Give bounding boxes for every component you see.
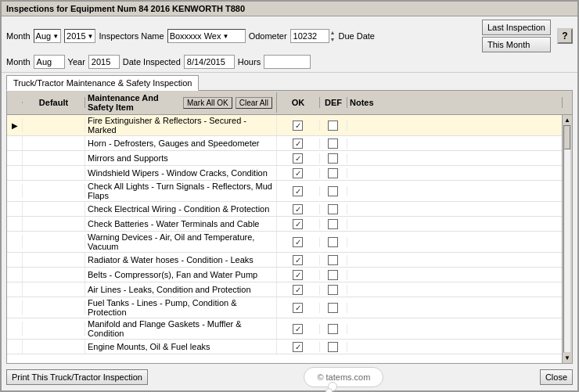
row-default-13 [23, 322, 85, 336]
row-def-check-5[interactable] [320, 186, 347, 196]
row-arrow-6 [7, 202, 23, 216]
row-arrow-7 [7, 217, 23, 231]
scroll-down-arrow[interactable]: ▼ [564, 354, 570, 361]
table-row: Manifold and Flange Gaskets - Muffler & … [7, 318, 562, 340]
row-def-check-2[interactable] [320, 138, 347, 149]
row-item-12: Fuel Tanks - Lines - Pump, Condition & P… [85, 297, 277, 318]
row-ok-check-10[interactable] [277, 270, 320, 280]
year-select[interactable]: 2015 [64, 29, 95, 43]
row-def-check-1[interactable] [320, 120, 347, 131]
row-def-check-10[interactable] [320, 270, 347, 280]
inspector-select[interactable]: Boxxxxx Wex [167, 29, 246, 43]
row-item-11: Air Lines - Leaks, Condition and Protect… [85, 282, 277, 297]
row-default-6 [23, 202, 85, 216]
row-arrow-9 [7, 253, 23, 267]
hours-field[interactable] [264, 55, 311, 69]
watermark-text: © tatems.com [317, 372, 370, 382]
row-ok-check-4[interactable] [277, 168, 320, 178]
spinner-up[interactable]: ▲ [330, 29, 336, 36]
scrollbar-track[interactable] [563, 125, 571, 353]
footer-area: Print This Truck/Tractor Inspection © ta… [2, 364, 577, 390]
row-def-check-4[interactable] [320, 168, 347, 178]
row-item-4: Windshield Wipers - Window Cracks, Condi… [85, 166, 277, 180]
scrollbar[interactable]: ▲ ▼ [562, 115, 572, 363]
row-ok-check-3[interactable] [277, 153, 320, 164]
row-item-6: Check Electrical Wiring - Condition & Pr… [85, 202, 277, 216]
row-notes-9 [347, 259, 371, 261]
clear-all-button[interactable]: Clear All [236, 97, 272, 109]
inspectors-name-label: Inspectors Name [99, 31, 164, 41]
spinner-down[interactable]: ▼ [330, 36, 336, 43]
row-ok-check-14[interactable] [277, 342, 320, 352]
last-inspection-button[interactable]: Last Inspection [482, 20, 551, 35]
header-area: Month Aug 2015 Inspectors Name Boxxxxx W… [2, 16, 577, 73]
row-default-11 [23, 282, 85, 297]
row-def-check-7[interactable] [320, 219, 347, 229]
col-default: Default [23, 97, 85, 108]
month-select[interactable]: Aug [34, 29, 62, 43]
row-ok-check-7[interactable] [277, 219, 320, 229]
table-row: Windshield Wipers - Window Cracks, Condi… [7, 166, 562, 181]
row-item-5: Check All Lights - Turn Signals - Reflec… [85, 181, 277, 201]
row-ok-check-9[interactable] [277, 255, 320, 265]
row-def-check-12[interactable] [320, 303, 347, 313]
row-ok-check-8[interactable] [277, 237, 320, 247]
row-def-check-14[interactable] [320, 342, 347, 352]
month-display: Aug [34, 55, 65, 69]
row-notes-4 [347, 172, 371, 174]
month-label: Month [6, 31, 31, 41]
row-ok-check-2[interactable] [277, 138, 320, 149]
row-ok-check-1[interactable] [277, 120, 320, 131]
row-notes-7 [347, 223, 371, 225]
this-month-button[interactable]: This Month [482, 37, 551, 52]
table-row: Engine Mounts, Oil & Fuel leaks [7, 340, 562, 354]
row-def-check-9[interactable] [320, 255, 347, 265]
odometer-spinner[interactable]: ▲ ▼ [330, 29, 336, 43]
mark-all-ok-button[interactable]: Mark All OK [183, 97, 232, 109]
help-button[interactable]: ? [557, 28, 573, 44]
row-default-9 [23, 253, 85, 267]
row-notes-1 [347, 124, 371, 126]
col-def: DEF [320, 97, 347, 108]
tab-truck-tractor[interactable]: Truck/Tractor Maintenance & Safety Inspe… [6, 75, 199, 91]
inspection-buttons: Last Inspection This Month [482, 20, 551, 52]
row-ok-check-6[interactable] [277, 204, 320, 214]
row-def-check-3[interactable] [320, 153, 347, 164]
main-window: Inspections for Equipment Num 84 2016 KE… [0, 0, 579, 392]
tab-area: Truck/Tractor Maintenance & Safety Inspe… [2, 73, 577, 90]
row-notes-5 [347, 190, 371, 192]
row-def-check-6[interactable] [320, 204, 347, 214]
close-button[interactable]: Close [540, 369, 573, 385]
row-default-14 [23, 340, 85, 354]
row-ok-check-12[interactable] [277, 303, 320, 313]
row-notes-10 [347, 274, 371, 275]
table-row: ▶ Fire Extinguisher & Reflectors - Secur… [7, 115, 562, 136]
year-display: 2015 [88, 55, 120, 69]
print-button[interactable]: Print This Truck/Tractor Inspection [6, 369, 148, 385]
odometer-field[interactable]: 10232 [290, 29, 329, 43]
row-ok-check-5[interactable] [277, 186, 320, 196]
row-ok-check-13[interactable] [277, 324, 320, 334]
table-row: Check All Lights - Turn Signals - Reflec… [7, 181, 562, 202]
row-notes-2 [347, 142, 371, 144]
title-bar: Inspections for Equipment Num 84 2016 KE… [2, 2, 577, 16]
row-ok-check-11[interactable] [277, 285, 320, 295]
scrollbar-thumb[interactable] [564, 126, 570, 149]
row-item-8: Warning Devices - Air, Oil and Temperatu… [85, 232, 277, 252]
row-def-check-13[interactable] [320, 324, 347, 334]
row-def-check-11[interactable] [320, 285, 347, 295]
scroll-up-arrow[interactable]: ▲ [564, 117, 570, 124]
col-notes: Notes [347, 97, 563, 108]
row-arrow-12 [7, 300, 23, 315]
row-default-3 [23, 151, 85, 165]
table-body: ▶ Fire Extinguisher & Reflectors - Secur… [7, 115, 562, 363]
row-def-check-8[interactable] [320, 237, 347, 247]
col-arrow [7, 102, 23, 103]
hours-label: Hours [238, 57, 261, 67]
main-table-area: Default Maintenance And Safety Item Mark… [6, 90, 573, 364]
table-row: Air Lines - Leaks, Condition and Protect… [7, 282, 562, 297]
table-row: Fuel Tanks - Lines - Pump, Condition & P… [7, 297, 562, 318]
row-arrow-8 [7, 235, 23, 249]
date-inspected-field[interactable]: 8/14/2015 [184, 55, 235, 69]
row-default-10 [23, 268, 85, 282]
